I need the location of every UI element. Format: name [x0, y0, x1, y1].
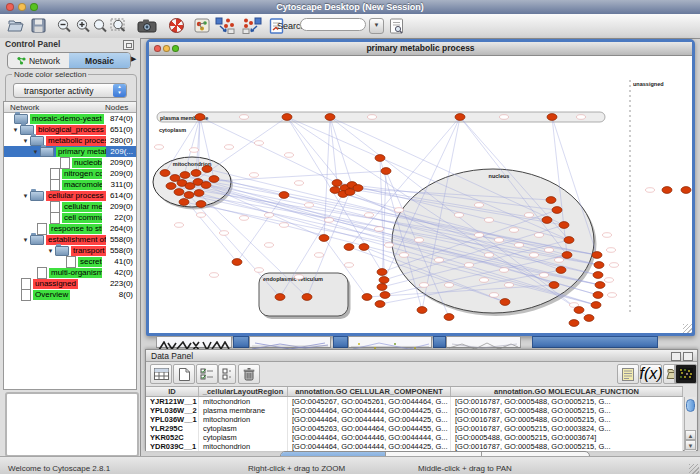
file-icon — [60, 157, 70, 169]
tree-row[interactable]: secretion41(0) — [4, 256, 136, 267]
tree-row[interactable]: nucleobase-c209(0) — [4, 157, 136, 168]
tree-row[interactable]: ▼establishment of lo558(0) — [4, 234, 136, 245]
expander-icon[interactable]: ▼ — [31, 149, 40, 155]
column-header[interactable]: annotation.GO MOLECULAR_FUNCTION — [451, 387, 683, 396]
cell-id: YKR052C — [146, 433, 199, 442]
data-table-header[interactable]: ID_cellularLayoutRegionannotation.GO CEL… — [146, 386, 683, 397]
tree-row[interactable]: Overview8(0) — [4, 289, 136, 300]
column-header[interactable]: _cellularLayoutRegion — [199, 387, 288, 396]
file-icon — [50, 212, 60, 224]
tree-row[interactable]: response to stimulu264(0) — [4, 223, 136, 234]
float-panel-icon[interactable] — [671, 352, 681, 361]
zoom-window-icon[interactable] — [30, 3, 38, 11]
cell-function: [GO:0016787, GO:0005488, GO:0005215, G..… — [451, 406, 683, 415]
column-header[interactable]: ID — [146, 387, 199, 396]
close-icon[interactable] — [154, 45, 161, 52]
table-row[interactable]: YPL036W__2plasma membrane[GO:0044464, GO… — [146, 406, 683, 415]
expander-icon[interactable]: ▼ — [21, 193, 30, 199]
scrollbar-thumb[interactable] — [686, 399, 695, 412]
attribute-table-icon[interactable] — [150, 364, 172, 384]
table-scrollbar[interactable]: ▲ ▼ — [684, 397, 696, 451]
select-attributes-icon[interactable] — [196, 364, 218, 384]
table-row[interactable]: YPL036W__1mitochondrion[GO:0044464, GO:0… — [146, 415, 683, 424]
tree-row-label: metabolic process — [46, 136, 106, 146]
network-window-titlebar[interactable]: primary metabolic process — [149, 42, 692, 56]
cell-component: [GO:0044464, GO:0044444, GO:0044425, G..… — [288, 415, 451, 424]
birds-eye-view-panel[interactable] — [5, 392, 139, 457]
help-lifesaver-icon[interactable] — [165, 16, 187, 35]
cell-id: YDR039C__1 — [146, 442, 199, 451]
network-canvas[interactable]: plasma membranecytoplasmmitochondrionnuc… — [149, 55, 692, 333]
save-icon[interactable] — [28, 16, 48, 35]
attribute-matrix-icon[interactable] — [675, 364, 697, 384]
tree-row[interactable]: ▼primary metabol209(... — [4, 146, 136, 157]
table-row[interactable]: YDR039C__1mitochondrion[GO:0044464, GO:0… — [146, 442, 683, 451]
scroll-up-icon[interactable]: ▲ — [685, 430, 696, 440]
tree-row[interactable]: multi-organism pro42(0) — [4, 267, 136, 278]
tree-row-count: 209(0) — [110, 202, 133, 211]
tab-overflow-arrow-icon[interactable]: ▶ — [131, 55, 136, 63]
tree-row-label: secretion — [78, 257, 102, 267]
background-window-titlebar — [333, 336, 348, 348]
table-row[interactable]: YJR121W__1mitochondrion[GO:0045267, GO:0… — [146, 397, 683, 406]
create-attribute-icon[interactable] — [173, 364, 195, 384]
background-window-thumbnail — [348, 336, 432, 348]
expander-icon[interactable]: ▼ — [11, 127, 20, 133]
scroll-down-icon[interactable]: ▼ — [685, 440, 696, 450]
snapshot-camera-icon[interactable] — [135, 16, 159, 35]
expander-icon[interactable]: ▼ — [46, 248, 55, 254]
zoom-fit-icon[interactable] — [108, 16, 130, 35]
resize-grip-icon[interactable] — [689, 464, 699, 474]
tree-row-count: 311(0) — [110, 180, 133, 189]
resize-grip-icon[interactable] — [683, 324, 692, 333]
zoom-window-icon[interactable] — [172, 45, 179, 52]
search-options-icon[interactable] — [386, 16, 406, 35]
tree-row[interactable]: cellular metabol209(0) — [4, 201, 136, 212]
column-header[interactable]: annotation.GO CELLULAR_COMPONENT — [288, 387, 451, 396]
file-icon — [37, 223, 47, 235]
tab-mosaic[interactable]: Mosaic — [69, 53, 130, 68]
float-panel-icon[interactable] — [123, 40, 134, 50]
expander-icon[interactable]: ▼ — [21, 237, 30, 243]
expander-icon[interactable]: ▼ — [21, 138, 30, 144]
open-file-icon[interactable] — [5, 16, 26, 35]
table-row[interactable]: YLR295Ccytoplasm[GO:0045263, GO:0044464,… — [146, 424, 683, 433]
status-hint-pan: Middle-click + drag to PAN — [418, 464, 512, 473]
function-builder-icon[interactable]: f(x) — [640, 364, 662, 384]
tree-row[interactable]: ▼transport558(0) — [4, 245, 136, 256]
tree-row-label: multi-organism pro — [49, 268, 102, 278]
tree-row-label: primary metabol — [56, 147, 106, 157]
tree-row-count: 874(0) — [110, 114, 133, 123]
search-dropdown-icon[interactable]: ▼ — [369, 18, 384, 34]
group-label: Node color selection — [12, 70, 88, 79]
tree-row[interactable]: cell communicat22(0) — [4, 212, 136, 223]
close-panel-icon[interactable] — [683, 352, 693, 361]
dropdown-stepper-icon: ▲▼ — [113, 84, 126, 97]
unselect-attributes-icon[interactable] — [218, 364, 236, 384]
search-input[interactable] — [300, 18, 366, 31]
cell-function: [GO:0016787, GO:0005488, GO:0005215, G..… — [451, 442, 683, 451]
status-bar: Welcome to Cytoscape 2.8.1 Right-click +… — [0, 456, 700, 474]
tree-row-count: 223(0) — [110, 279, 133, 288]
tree-row[interactable]: nitrogen compou209(0) — [4, 168, 136, 179]
tree-row[interactable]: macromolecule311(0) — [4, 179, 136, 190]
table-row[interactable]: YKR052Ccytoplasm[GO:0044464, GO:0044446,… — [146, 433, 683, 442]
tree-row[interactable]: ▼biological_process651(0) — [4, 124, 136, 135]
vizmapper-icon[interactable] — [192, 16, 212, 35]
apply-layout-1-icon[interactable] — [213, 16, 237, 35]
zoom-out-icon[interactable] — [54, 16, 74, 35]
tree-row[interactable]: unassigned223(0) — [4, 278, 136, 289]
minimize-icon[interactable] — [18, 3, 26, 11]
apply-layout-2-icon[interactable] — [240, 16, 264, 35]
node-color-dropdown[interactable]: transporter activity ▲▼ — [13, 83, 127, 98]
delete-attribute-icon[interactable] — [238, 364, 260, 384]
tree-row[interactable]: ▼cellular process614(0) — [4, 190, 136, 201]
minimize-icon[interactable] — [163, 45, 170, 52]
tree-row[interactable]: ▼metabolic process280(0) — [4, 135, 136, 146]
tree-row-count: 558(0) — [110, 235, 133, 244]
notepad-icon[interactable] — [617, 364, 639, 384]
data-panel-title: Data Panel — [151, 351, 193, 361]
tab-network[interactable]: Network — [8, 53, 69, 68]
close-icon[interactable] — [6, 3, 14, 11]
tab-network-label: Network — [29, 56, 60, 66]
